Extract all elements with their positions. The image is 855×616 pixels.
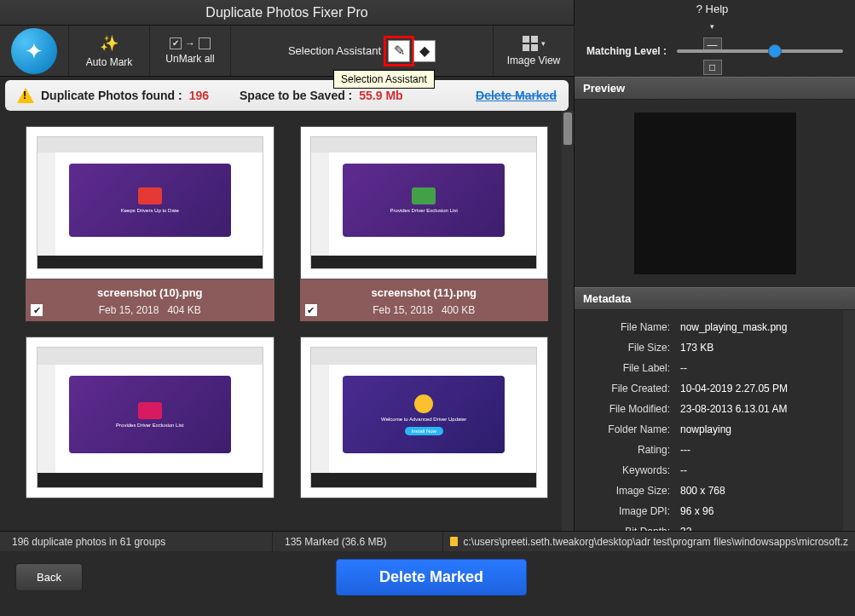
matching-level-slider[interactable]	[677, 49, 843, 53]
thumbnail-filename: screenshot (10).png	[29, 286, 271, 299]
metadata-key: File Label:	[585, 362, 670, 374]
main-toolbar: ✨ Auto Mark ✔→ UnMark all Selection Assi…	[0, 26, 855, 77]
unmark-icon: ✔→	[170, 37, 211, 49]
metadata-key: File Modified:	[585, 403, 670, 415]
metadata-key: Image Size:	[585, 485, 670, 497]
metadata-row: Image DPI:96 x 96	[575, 501, 855, 521]
selection-assistant-button[interactable]: ✎	[388, 40, 410, 62]
metadata-key: Rating:	[585, 444, 670, 456]
thumbnail-sub: Feb 15, 2018 400 KB	[303, 304, 546, 316]
metadata-key: Keywords:	[585, 464, 670, 476]
found-count: 196	[189, 89, 209, 102]
thumbnail-image[interactable]: Welcome to Advanced Driver UpdaterInstal…	[300, 337, 549, 498]
preview-box	[575, 100, 855, 287]
metadata-row: File Created:10-04-2019 2.27.05 PM	[575, 378, 855, 399]
thumbnail-checkbox[interactable]: ✔	[31, 304, 43, 316]
thumbnail-checkbox[interactable]: ✔	[305, 304, 317, 316]
preview-image	[634, 112, 796, 274]
status-summary: 196 duplicate photos in 61 groups	[0, 532, 273, 551]
scrollbar-thumb[interactable]	[563, 112, 572, 145]
metadata-value: 800 x 768	[680, 485, 725, 497]
thumbnail-card[interactable]: Provides Driver Exclusion List	[26, 337, 274, 498]
thumbnail-card[interactable]: Provides Driver Exclusion List screensho…	[300, 126, 549, 321]
info-bar: Duplicate Photos found : 196 Space to be…	[5, 80, 569, 111]
thumbnail-image[interactable]: Keeps Drivers Up to Date	[26, 126, 274, 279]
metadata-row: Image Size:800 x 768	[575, 481, 855, 501]
thumbnail-image[interactable]: Provides Driver Exclusion List	[300, 126, 549, 279]
metadata-value: 173 KB	[680, 342, 713, 354]
delete-marked-button[interactable]: Delete Marked	[336, 559, 527, 596]
results-pane: Duplicate Photos found : 196 Space to be…	[0, 77, 574, 531]
selection-assistant-label: Selection Assistant	[288, 44, 381, 57]
wand-icon: ✨	[100, 34, 118, 53]
metadata-value: 32	[680, 526, 691, 531]
tooltip: Selection Assistant	[333, 70, 435, 89]
back-button[interactable]: Back	[15, 563, 83, 591]
matching-level-control: Matching Level :	[574, 26, 855, 76]
metadata-value: ---	[680, 444, 690, 456]
delete-marked-link[interactable]: Delete Marked	[476, 89, 557, 102]
thumbnail-meta: screenshot (11).png Feb 15, 2018 400 KB …	[300, 279, 549, 321]
metadata-value: --	[680, 464, 687, 476]
status-path: c:\users\preeti.seth.tweakorg\desktop\ad…	[443, 536, 855, 548]
folder-icon	[450, 537, 458, 546]
metadata-value: 23-08-2013 6.13.01 AM	[680, 403, 787, 415]
metadata-row: Keywords:--	[575, 460, 855, 481]
thumbnail-card[interactable]: Keeps Drivers Up to Date screenshot (10)…	[26, 126, 274, 321]
metadata-value: nowplaying	[680, 423, 731, 435]
metadata-value: 96 x 96	[680, 505, 713, 517]
space-value: 55.9 Mb	[359, 89, 402, 102]
help-link[interactable]: ? Help	[696, 3, 729, 15]
details-pane: Preview Metadata File Name:now_playing_m…	[574, 77, 855, 531]
metadata-row: Folder Name:nowplaying	[575, 419, 855, 440]
app-logo	[0, 26, 68, 76]
thumbnail-sub: Feb 15, 2018 404 KB	[29, 304, 271, 316]
thumbnail-card[interactable]: Welcome to Advanced Driver UpdaterInstal…	[300, 337, 549, 498]
metadata-key: Image DPI:	[585, 505, 670, 517]
metadata-row: File Modified:23-08-2013 6.13.01 AM	[575, 399, 855, 419]
metadata-key: Bit Depth:	[585, 526, 670, 531]
selection-assistant-group: Selection Assistant ✎ ◆ Selection Assist…	[230, 26, 493, 76]
slider-thumb[interactable]	[768, 44, 782, 58]
metadata-list: File Name:now_playing_mask.pngFile Size:…	[575, 310, 855, 531]
thumbnail-image[interactable]: Provides Driver Exclusion List	[26, 337, 274, 498]
image-view-button[interactable]: ▾ Image View	[493, 26, 574, 76]
found-label: Duplicate Photos found :	[41, 89, 182, 102]
metadata-key: Folder Name:	[585, 423, 670, 435]
status-bar: 196 duplicate photos in 61 groups 135 Ma…	[0, 531, 855, 551]
preview-header: Preview	[575, 77, 855, 100]
matching-level-label: Matching Level :	[586, 45, 667, 57]
thumbnail-grid: Keeps Drivers Up to Date screenshot (10)…	[10, 116, 563, 509]
metadata-key: File Name:	[585, 321, 670, 333]
bottom-bar: Back Delete Marked	[0, 551, 855, 602]
auto-mark-button[interactable]: ✨ Auto Mark	[68, 26, 149, 76]
metadata-row: File Label:--	[575, 358, 855, 378]
grid-scrollbar[interactable]	[562, 111, 574, 531]
thumbnail-filename: screenshot (11).png	[303, 286, 546, 299]
metadata-header: Metadata	[575, 287, 855, 310]
metadata-row: Rating:---	[575, 440, 855, 460]
metadata-row: File Size:173 KB	[575, 337, 855, 358]
metadata-scrollbar[interactable]	[843, 310, 855, 531]
status-marked: 135 Marked (36.6 MB)	[273, 532, 443, 551]
grid-icon: ▾	[523, 36, 546, 51]
title-bar: Duplicate Photos Fixer Pro ▾ ⚙ Settings …	[0, 0, 855, 26]
space-label: Space to be Saved :	[240, 89, 352, 102]
metadata-key: File Size:	[585, 342, 670, 354]
thumbnail-meta: screenshot (10).png Feb 15, 2018 404 KB …	[26, 279, 274, 321]
unmark-all-button[interactable]: ✔→ UnMark all	[149, 26, 230, 76]
eraser-button[interactable]: ◆	[413, 40, 436, 62]
thumbnail-grid-area: Keeps Drivers Up to Date screenshot (10)…	[0, 111, 574, 531]
main-area: Duplicate Photos found : 196 Space to be…	[0, 77, 855, 531]
metadata-row: File Name:now_playing_mask.png	[575, 317, 855, 337]
metadata-key: File Created:	[585, 383, 670, 394]
warning-icon	[17, 88, 34, 103]
metadata-row: Bit Depth:32	[575, 521, 855, 531]
metadata-value: 10-04-2019 2.27.05 PM	[680, 383, 788, 394]
app-title: Duplicate Photos Fixer Pro	[0, 5, 574, 20]
metadata-value: --	[680, 362, 687, 374]
metadata-value: now_playing_mask.png	[680, 321, 787, 333]
